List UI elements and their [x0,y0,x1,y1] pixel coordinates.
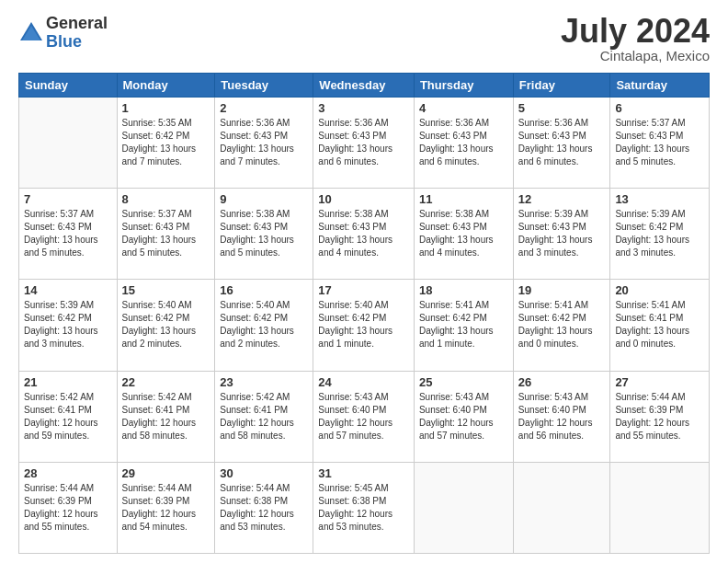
day-number: 28 [24,466,112,480]
month-title: July 2024 [561,15,710,48]
day-number: 4 [419,101,508,115]
day-number: 6 [615,101,704,115]
weekday-sunday: Sunday [19,74,118,98]
calendar-cell: 11Sunrise: 5:38 AMSunset: 6:43 PMDayligh… [414,189,513,280]
day-detail: Sunrise: 5:40 AMSunset: 6:42 PMDaylight:… [318,299,409,350]
day-number: 10 [318,192,409,206]
day-detail: Sunrise: 5:42 AMSunset: 6:41 PMDaylight:… [24,391,112,442]
day-detail: Sunrise: 5:42 AMSunset: 6:41 PMDaylight:… [122,391,210,442]
day-number: 18 [419,283,508,297]
calendar-cell: 10Sunrise: 5:38 AMSunset: 6:43 PMDayligh… [313,189,415,280]
day-detail: Sunrise: 5:38 AMSunset: 6:43 PMDaylight:… [220,208,308,259]
calendar-cell: 3Sunrise: 5:36 AMSunset: 6:43 PMDaylight… [313,98,415,189]
calendar-cell: 8Sunrise: 5:37 AMSunset: 6:43 PMDaylight… [117,189,215,280]
calendar-cell: 17Sunrise: 5:40 AMSunset: 6:42 PMDayligh… [313,280,415,371]
day-number: 19 [518,283,606,297]
day-number: 23 [220,375,308,389]
day-number: 21 [24,375,112,389]
calendar-page: General Blue July 2024 Cintalapa, Mexico… [0,0,728,563]
calendar-table: SundayMondayTuesdayWednesdayThursdayFrid… [18,73,710,554]
day-detail: Sunrise: 5:44 AMSunset: 6:39 PMDaylight:… [122,482,210,534]
day-number: 7 [24,192,112,206]
day-detail: Sunrise: 5:38 AMSunset: 6:43 PMDaylight:… [419,208,508,259]
title-block: July 2024 Cintalapa, Mexico [561,15,710,63]
weekday-monday: Monday [117,74,215,98]
calendar-cell: 7Sunrise: 5:37 AMSunset: 6:43 PMDaylight… [19,189,118,280]
calendar-cell: 5Sunrise: 5:36 AMSunset: 6:43 PMDaylight… [513,98,610,189]
calendar-cell: 2Sunrise: 5:36 AMSunset: 6:43 PMDaylight… [215,98,313,189]
day-number: 22 [122,375,210,389]
calendar-cell: 19Sunrise: 5:41 AMSunset: 6:42 PMDayligh… [513,280,610,371]
calendar-cell [610,462,710,553]
calendar-cell: 1Sunrise: 5:35 AMSunset: 6:42 PMDaylight… [117,98,215,189]
day-detail: Sunrise: 5:38 AMSunset: 6:43 PMDaylight:… [318,208,409,259]
day-detail: Sunrise: 5:43 AMSunset: 6:40 PMDaylight:… [518,391,606,442]
day-number: 20 [615,283,704,297]
day-number: 1 [122,101,210,115]
day-detail: Sunrise: 5:36 AMSunset: 6:43 PMDaylight:… [318,117,409,168]
calendar-cell: 16Sunrise: 5:40 AMSunset: 6:42 PMDayligh… [215,280,313,371]
week-row-3: 14Sunrise: 5:39 AMSunset: 6:42 PMDayligh… [19,280,710,371]
day-detail: Sunrise: 5:43 AMSunset: 6:40 PMDaylight:… [318,391,409,442]
day-detail: Sunrise: 5:37 AMSunset: 6:43 PMDaylight:… [615,117,704,168]
weekday-thursday: Thursday [414,74,513,98]
day-number: 2 [220,101,308,115]
day-detail: Sunrise: 5:36 AMSunset: 6:43 PMDaylight:… [518,117,606,168]
day-detail: Sunrise: 5:42 AMSunset: 6:41 PMDaylight:… [220,391,308,442]
calendar-cell: 31Sunrise: 5:45 AMSunset: 6:38 PMDayligh… [313,462,415,553]
day-detail: Sunrise: 5:39 AMSunset: 6:43 PMDaylight:… [518,208,606,259]
day-detail: Sunrise: 5:45 AMSunset: 6:38 PMDaylight:… [318,482,409,534]
day-detail: Sunrise: 5:43 AMSunset: 6:40 PMDaylight:… [419,391,508,442]
day-number: 5 [518,101,606,115]
week-row-5: 28Sunrise: 5:44 AMSunset: 6:39 PMDayligh… [19,462,710,553]
day-detail: Sunrise: 5:41 AMSunset: 6:42 PMDaylight:… [518,299,606,350]
day-detail: Sunrise: 5:40 AMSunset: 6:42 PMDaylight:… [122,299,210,350]
calendar-cell: 6Sunrise: 5:37 AMSunset: 6:43 PMDaylight… [610,98,710,189]
day-number: 11 [419,192,508,206]
day-number: 17 [318,283,409,297]
day-detail: Sunrise: 5:44 AMSunset: 6:39 PMDaylight:… [24,482,112,534]
day-number: 27 [615,375,704,389]
day-detail: Sunrise: 5:35 AMSunset: 6:42 PMDaylight:… [122,117,210,168]
logo: General Blue [18,15,108,52]
calendar-cell: 13Sunrise: 5:39 AMSunset: 6:42 PMDayligh… [610,189,710,280]
calendar-cell: 25Sunrise: 5:43 AMSunset: 6:40 PMDayligh… [414,371,513,462]
location: Cintalapa, Mexico [561,48,710,63]
day-number: 12 [518,192,606,206]
logo-general-text: General [46,15,108,33]
day-number: 13 [615,192,704,206]
day-detail: Sunrise: 5:40 AMSunset: 6:42 PMDaylight:… [220,299,308,350]
day-detail: Sunrise: 5:36 AMSunset: 6:43 PMDaylight:… [419,117,508,168]
calendar-cell: 27Sunrise: 5:44 AMSunset: 6:39 PMDayligh… [610,371,710,462]
week-row-2: 7Sunrise: 5:37 AMSunset: 6:43 PMDaylight… [19,189,710,280]
weekday-saturday: Saturday [610,74,710,98]
day-detail: Sunrise: 5:37 AMSunset: 6:43 PMDaylight:… [24,208,112,259]
day-detail: Sunrise: 5:41 AMSunset: 6:42 PMDaylight:… [419,299,508,350]
calendar-cell: 15Sunrise: 5:40 AMSunset: 6:42 PMDayligh… [117,280,215,371]
logo-blue-text: Blue [46,33,108,52]
calendar-cell: 12Sunrise: 5:39 AMSunset: 6:43 PMDayligh… [513,189,610,280]
calendar-cell: 4Sunrise: 5:36 AMSunset: 6:43 PMDaylight… [414,98,513,189]
calendar-cell: 24Sunrise: 5:43 AMSunset: 6:40 PMDayligh… [313,371,415,462]
calendar-cell: 30Sunrise: 5:44 AMSunset: 6:38 PMDayligh… [215,462,313,553]
calendar-cell [19,98,118,189]
calendar-cell: 20Sunrise: 5:41 AMSunset: 6:41 PMDayligh… [610,280,710,371]
day-number: 31 [318,466,409,480]
weekday-header-row: SundayMondayTuesdayWednesdayThursdayFrid… [19,74,710,98]
day-detail: Sunrise: 5:39 AMSunset: 6:42 PMDaylight:… [615,208,704,259]
day-detail: Sunrise: 5:44 AMSunset: 6:39 PMDaylight:… [615,391,704,442]
day-detail: Sunrise: 5:39 AMSunset: 6:42 PMDaylight:… [24,299,112,350]
day-number: 9 [220,192,308,206]
day-number: 29 [122,466,210,480]
day-detail: Sunrise: 5:36 AMSunset: 6:43 PMDaylight:… [220,117,308,168]
calendar-cell: 9Sunrise: 5:38 AMSunset: 6:43 PMDaylight… [215,189,313,280]
logo-text: General Blue [46,15,108,52]
day-number: 15 [122,283,210,297]
calendar-cell: 22Sunrise: 5:42 AMSunset: 6:41 PMDayligh… [117,371,215,462]
logo-icon [18,20,44,46]
day-number: 16 [220,283,308,297]
calendar-cell: 18Sunrise: 5:41 AMSunset: 6:42 PMDayligh… [414,280,513,371]
day-detail: Sunrise: 5:41 AMSunset: 6:41 PMDaylight:… [615,299,704,350]
day-detail: Sunrise: 5:44 AMSunset: 6:38 PMDaylight:… [220,482,308,534]
week-row-4: 21Sunrise: 5:42 AMSunset: 6:41 PMDayligh… [19,371,710,462]
